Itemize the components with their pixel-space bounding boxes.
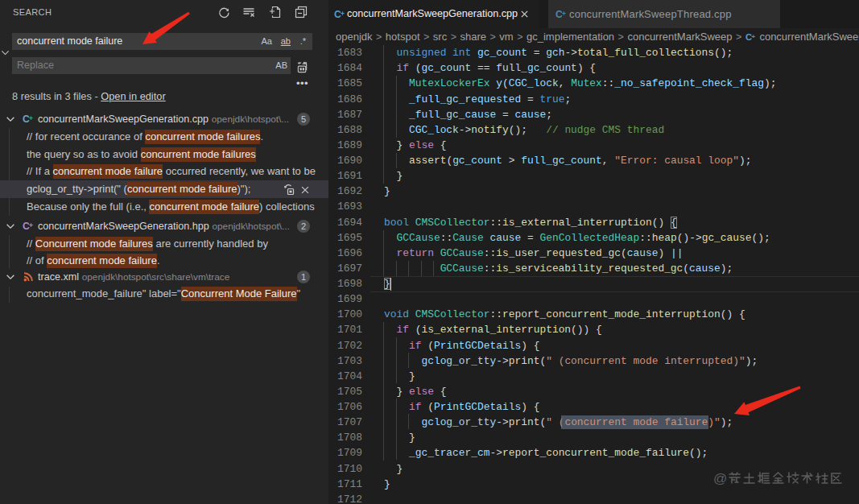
svg-text:+: + [751, 33, 755, 40]
svg-text:+: + [341, 10, 345, 18]
svg-text:@: @ [713, 471, 727, 486]
svg-text:+: + [29, 114, 33, 122]
svg-text:+: + [29, 221, 33, 229]
svg-text:+: + [562, 10, 566, 18]
